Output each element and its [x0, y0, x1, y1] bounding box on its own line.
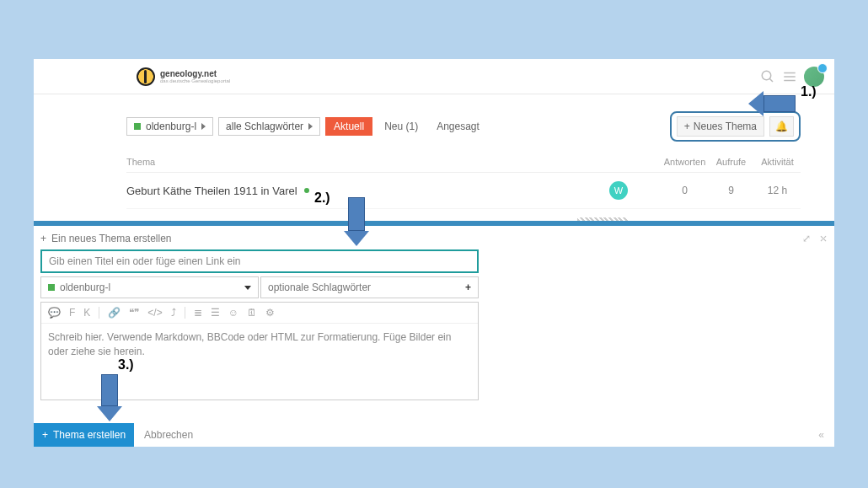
tab-neu[interactable]: Neu (1): [378, 121, 425, 132]
tags-select-label: optionale Schlagwörter: [268, 282, 371, 293]
italic-button[interactable]: K: [83, 307, 90, 319]
annotation-arrow-1: [748, 91, 796, 116]
plus-icon: +: [42, 429, 48, 441]
create-topic-button[interactable]: +Thema erstellen: [34, 423, 134, 447]
category-filter[interactable]: oldenburg-l: [126, 117, 213, 136]
reply-icon[interactable]: 💬: [48, 307, 61, 319]
annotation-arrow-2: [344, 197, 369, 246]
new-topic-button[interactable]: +Neues Thema: [677, 116, 764, 137]
gear-icon[interactable]: ⚙: [265, 307, 275, 319]
editor-toolbar: 💬 F K 🔗 ❝❞ </> ⤴ ≣ ☰ ☺ 🗓 ⚙: [41, 303, 478, 324]
site-header: geneology.net das deutsche Genealogiepor…: [34, 59, 834, 94]
plus-icon: +: [684, 121, 690, 132]
category-color-icon: [48, 284, 55, 291]
title-input[interactable]: Gib einen Titel ein oder füge einen Link…: [40, 249, 479, 273]
plus-icon: +: [40, 233, 46, 244]
tab-aktuell[interactable]: Aktuell: [325, 117, 372, 136]
tags-filter[interactable]: alle Schlagwörter: [218, 117, 320, 136]
notification-badge-icon: [817, 63, 828, 73]
annotation-label-3: 3.): [118, 357, 134, 373]
emoji-icon[interactable]: ☺: [228, 307, 238, 319]
code-icon[interactable]: </>: [147, 307, 162, 319]
th-aufrufe: Aufrufe: [708, 157, 754, 167]
calendar-icon[interactable]: 🗓: [247, 307, 257, 319]
search-icon[interactable]: [760, 69, 775, 84]
cell-aufrufe: 9: [708, 185, 754, 196]
topic-title: Geburt Käthe Theilen 1911 in Varel: [126, 185, 297, 197]
chevron-right-icon: [308, 123, 313, 130]
separator: [185, 307, 185, 319]
annotation-label-1: 1.): [801, 84, 817, 99]
annotation-arrow-3: [97, 374, 122, 421]
th-thema: Thema: [126, 157, 662, 167]
category-select[interactable]: oldenburg-l: [40, 276, 259, 298]
logo-icon: [137, 67, 155, 86]
create-topic-label: Thema erstellen: [53, 429, 126, 441]
category-select-label: oldenburg-l: [60, 282, 110, 293]
link-icon[interactable]: 🔗: [108, 307, 121, 319]
site-name: geneology.net: [160, 70, 230, 78]
category-filter-label: oldenburg-l: [146, 121, 196, 132]
separator: [99, 307, 99, 319]
bold-button[interactable]: F: [69, 307, 75, 319]
upload-icon[interactable]: ⤴: [171, 307, 176, 319]
numbered-list-icon[interactable]: ☰: [211, 307, 220, 319]
expand-icon[interactable]: ⤢: [802, 233, 811, 244]
cell-antworten: 0: [662, 185, 708, 196]
composer: + Ein neues Thema erstellen ⤢ ⤬ Gib eine…: [34, 226, 834, 447]
notifications-button[interactable]: 🔔: [769, 116, 794, 137]
bullet-list-icon[interactable]: ≣: [194, 307, 202, 319]
new-topic-label: Neues Thema: [694, 121, 757, 132]
plus-icon: +: [465, 282, 471, 293]
chevron-down-icon: [244, 286, 251, 290]
close-icon[interactable]: ⤬: [819, 233, 828, 244]
bell-icon: 🔔: [775, 121, 788, 132]
tags-select[interactable]: optionale Schlagwörter +: [260, 276, 479, 298]
svg-line-1: [769, 78, 773, 82]
composer-heading: Ein neues Thema erstellen: [51, 233, 172, 244]
chevron-right-icon: [201, 123, 206, 130]
th-aktivitaet: Aktivität: [754, 157, 801, 167]
table-header: Thema Antworten Aufrufe Aktivität: [126, 157, 801, 172]
nav-row: oldenburg-l alle Schlagwörter Aktuell Ne…: [126, 111, 801, 142]
unread-dot-icon: [304, 188, 309, 193]
app-window: geneology.net das deutsche Genealogiepor…: [34, 59, 834, 447]
table-row[interactable]: Geburt Käthe Theilen 1911 in Varel W 0 9…: [126, 172, 801, 208]
hamburger-icon[interactable]: [782, 69, 797, 84]
tab-angesagt[interactable]: Angesagt: [430, 121, 486, 132]
avatar[interactable]: [804, 67, 824, 87]
cell-aktivitaet: 12 h: [754, 185, 801, 196]
tags-filter-label: alle Schlagwörter: [226, 121, 303, 132]
svg-point-0: [762, 71, 771, 80]
site-logo[interactable]: geneology.net das deutsche Genealogiepor…: [137, 67, 230, 86]
annotation-label-2: 2.): [314, 190, 330, 206]
cancel-link[interactable]: Abbrechen: [134, 429, 203, 441]
th-antworten: Antworten: [662, 157, 708, 167]
site-subtitle: das deutsche Genealogieportal: [160, 78, 230, 83]
user-avatar-badge[interactable]: W: [609, 181, 628, 200]
collapse-icon[interactable]: «: [818, 429, 834, 441]
category-color-icon: [134, 123, 141, 130]
quote-icon[interactable]: ❝❞: [129, 307, 139, 319]
composer-footer: +Thema erstellen Abbrechen «: [34, 423, 834, 447]
